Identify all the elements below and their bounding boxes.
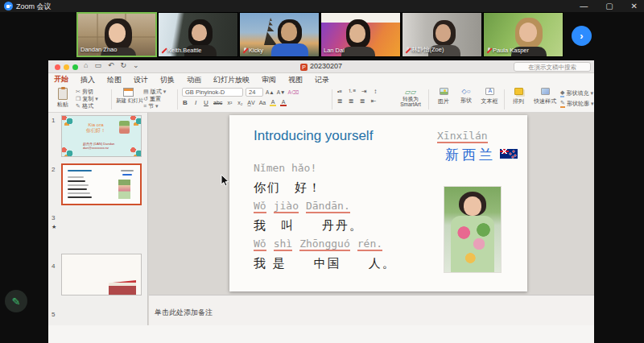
tab-insert[interactable]: 插入 — [80, 74, 96, 87]
new-slide-button[interactable]: 新建 幻灯片 — [116, 88, 140, 103]
arrange-icon — [514, 88, 523, 95]
minimize-icon[interactable]: — — [580, 2, 588, 10]
thumbnail-slide-2-current[interactable] — [61, 163, 142, 205]
font-color-button[interactable]: A — [280, 99, 287, 106]
indent-button[interactable]: ⇥ — [361, 88, 367, 95]
bold-button[interactable]: B — [182, 99, 188, 106]
notes-placeholder[interactable]: 单击此处添加备注 — [155, 308, 213, 318]
shape-outline-button[interactable]: ✎形状轮廓▾ — [560, 98, 593, 109]
convert-smartart-button[interactable]: ▱▱ 转换为 SmartArt — [396, 88, 425, 107]
align-center-button[interactable]: ≣ — [348, 97, 354, 105]
slide-title[interactable]: Introducing yourself — [254, 128, 373, 144]
dropdown-icon: ▾ — [591, 101, 594, 107]
numbering-button[interactable]: ⒈≡ — [348, 88, 356, 95]
picture-button[interactable]: 图片 — [434, 88, 453, 105]
strikethrough-button[interactable]: abc — [213, 100, 222, 105]
participant-name: Keith.Beattle — [167, 47, 202, 54]
textbox-button[interactable]: 文本框 — [479, 88, 500, 105]
maximize-icon[interactable]: ▢ — [605, 2, 613, 10]
video-tile-zoe[interactable]: 林静怡(Zoe) — [402, 12, 482, 57]
notes-pane[interactable]: 单击此处添加备注 — [149, 295, 594, 325]
subscript-button[interactable]: x₂ — [237, 100, 243, 105]
char-spacing-button[interactable]: A̲V — [247, 100, 254, 105]
next-participants-button[interactable]: › — [572, 26, 592, 46]
muted-mic-icon — [486, 48, 491, 54]
tab-review[interactable]: 审阅 — [261, 74, 277, 87]
align-left-button[interactable]: ≣ — [336, 97, 343, 105]
highlight-color-button[interactable]: A — [270, 99, 276, 106]
video-tile-kicky[interactable]: Kicky — [239, 12, 320, 57]
zoom-window-title: Zoom 会议 — [16, 2, 52, 12]
tab-animations[interactable]: 动画 — [186, 74, 202, 87]
line-spacing-button[interactable]: ↕ — [372, 88, 378, 95]
powerpoint-app-icon: P — [300, 64, 308, 71]
slide-body-text[interactable]: Nǐmen hǎo! 你们 好！ WǒjiàoDāndān. 我 叫 丹丹。 W… — [254, 162, 396, 275]
change-case-button[interactable]: Aa — [259, 100, 266, 105]
tab-transitions[interactable]: 切换 — [159, 74, 175, 87]
grow-font-button[interactable]: A▲ — [266, 89, 275, 95]
font-size-select[interactable]: 24 — [246, 88, 263, 97]
annotate-button[interactable]: ✎ — [5, 290, 27, 312]
section-icon: ≡ — [143, 103, 147, 109]
fill-bucket-icon: ◆ — [560, 89, 564, 97]
thumb-number-2: 2 — [52, 166, 55, 173]
thumb1-photo — [119, 121, 130, 134]
shrink-font-button[interactable]: A▼ — [277, 89, 286, 95]
tab-view[interactable]: 视图 — [287, 74, 303, 87]
pinyin-line-1: Nǐmen hǎo! — [254, 162, 396, 180]
place-pinyin[interactable]: Xīnxīlán — [437, 130, 488, 143]
tab-draw[interactable]: 绘图 — [106, 74, 122, 87]
powerpoint-window: ⌂ ▭ ↶ ↻ ⌄ P20230207 在演示文稿中搜索 开始 插入 绘图 设计… — [48, 60, 594, 343]
shapes-button[interactable]: ◇○ 形状 — [456, 88, 476, 105]
video-tile-dandan-zhao[interactable]: Dandan Zhao — [76, 12, 157, 57]
document-title: P20230207 — [48, 62, 594, 71]
picture-icon — [440, 88, 448, 95]
teacher-photo[interactable] — [444, 187, 501, 272]
hanzi-line-2: 我 叫 丹丹。 — [254, 218, 396, 238]
video-tile-paula[interactable]: Paula Kasper — [483, 12, 564, 57]
thumbnail-slide-3[interactable] — [61, 254, 142, 295]
slide-editor[interactable]: Introducing yourself Xīnxīlán 新西兰 Nǐmen … — [229, 115, 527, 291]
clear-formatting-button[interactable]: A⌫ — [288, 89, 299, 96]
align-right-button[interactable]: ≣ — [359, 97, 365, 105]
arrange-button[interactable]: 排列 — [509, 88, 528, 105]
hanzi-line-1: 你们 好！ — [254, 180, 396, 200]
video-tile-keith[interactable]: Keith.Beattle — [158, 12, 238, 57]
ribbon: 粘贴 ✂剪切 ❐复制▾ ✎格式 新建 幻灯片 ▤版式▾ ↺重置 ≡节▾ — [48, 86, 594, 113]
italic-button[interactable]: I — [192, 99, 199, 106]
hanzi-line-3: 我 是 中国 人。 — [254, 256, 396, 275]
outdent-button[interactable]: ⇤ — [370, 97, 377, 105]
participant-name: Kicky — [249, 47, 263, 54]
reset-icon: ↺ — [143, 96, 148, 102]
place-hanzi[interactable]: 新西兰 — [445, 146, 496, 164]
search-input[interactable]: 在演示文稿中搜索 — [514, 62, 591, 72]
tab-design[interactable]: 设计 — [133, 74, 149, 87]
slide-canvas-area: Introducing yourself Xīnxīlán 新西兰 Nǐmen … — [149, 113, 594, 295]
dropdown-icon: ▾ — [155, 103, 159, 110]
quick-styles-button[interactable]: 快速样式 — [531, 88, 559, 105]
new-slide-icon — [123, 88, 134, 97]
muted-mic-icon — [161, 48, 166, 54]
video-tile-lan-dai[interactable]: Lan Dai — [320, 12, 401, 57]
superscript-button[interactable]: x² — [226, 100, 233, 105]
thumbnail-slide-1[interactable]: Kia ora你们好！ 赵丹丹 (DAN) Dandandan@xxxxxxxx… — [61, 115, 142, 157]
smartart-icon: ▱▱ — [405, 88, 416, 96]
font-name-select[interactable]: GB Pinyinok-D — [182, 88, 243, 97]
bullets-button[interactable]: •≡ — [336, 89, 343, 94]
shape-fill-button[interactable]: ◆形状填充▾ — [560, 88, 593, 98]
tab-home[interactable]: 开始 — [53, 73, 69, 88]
close-icon[interactable]: ✕ — [631, 2, 638, 10]
tab-record[interactable]: 记录 — [314, 74, 330, 87]
copy-icon: ❐ — [76, 96, 80, 102]
thumb-number-1: 1 — [52, 117, 55, 124]
reset-button[interactable]: ↺重置 — [143, 95, 166, 102]
format-painter-button[interactable]: ✎格式 — [76, 102, 98, 110]
ppt-titlebar: ⌂ ▭ ↶ ↻ ⌄ P20230207 在演示文稿中搜索 — [48, 60, 594, 73]
tab-slideshow[interactable]: 幻灯片放映 — [213, 74, 250, 87]
zoom-logo-icon — [4, 2, 13, 10]
zoom-titlebar: Zoom 会议 — ▢ ✕ — [0, 0, 644, 12]
section-button[interactable]: ≡节▾ — [143, 102, 166, 110]
paste-button[interactable]: 粘贴 — [52, 88, 73, 109]
underline-button[interactable]: U — [203, 99, 209, 106]
pinyin-line-2: WǒjiàoDāndān. — [254, 200, 396, 218]
